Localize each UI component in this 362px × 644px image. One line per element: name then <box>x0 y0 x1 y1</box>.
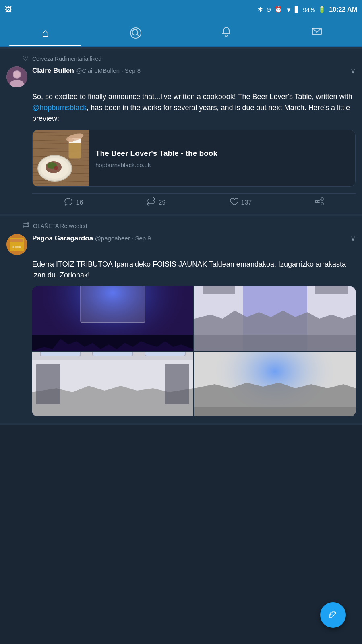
tweet-date-2: · Sep 9 <box>132 235 151 242</box>
svg-marker-69 <box>194 407 356 416</box>
retweet-button-1[interactable]: 29 <box>147 197 166 208</box>
retweet-row-2: OLAÑETA Retweeted <box>6 222 356 230</box>
status-bar-right: ✱ ⊖ ⏰ ▼ ▋ 94% 🔋 10:22 AM <box>258 6 357 13</box>
status-time: 10:22 AM <box>329 6 357 13</box>
tweet-actions-1: 16 29 137 <box>32 193 356 214</box>
svg-point-20 <box>68 138 74 142</box>
avatar-2[interactable]: BEER <box>6 234 27 255</box>
link-preview-title-1: The Beer Lover's Table - the book <box>95 148 349 159</box>
tab-search[interactable] <box>91 19 181 46</box>
svg-rect-59 <box>165 364 189 404</box>
link-preview-content-1: The Beer Lover's Table - the book hopbur… <box>89 130 355 186</box>
image-grid-2[interactable] <box>32 286 356 416</box>
status-bar: 🖼 ✱ ⊖ ⏰ ▼ ▋ 94% 🔋 10:22 AM <box>0 0 362 19</box>
svg-rect-40 <box>81 286 145 323</box>
reply-button-1[interactable]: 16 <box>64 197 83 208</box>
svg-point-21 <box>321 198 323 200</box>
svg-rect-56 <box>93 352 133 356</box>
grid-image-3 <box>32 352 193 416</box>
author-info-1: Claire Bullen @ClaireMBullen · Sep 8 <box>32 67 141 75</box>
activity-row-1: ♡ Cerveza Rudimentaria liked <box>6 55 356 62</box>
tweet-header-2: BEER Pagoa Garagardoa @pagoabeer · Sep 9… <box>6 234 356 255</box>
share-button-1[interactable] <box>315 197 324 208</box>
tweet-date-1: · Sep 8 <box>121 67 141 74</box>
tweet-body-1: So, so excited to finally announce that.… <box>32 91 356 124</box>
heart-icon: ♡ <box>23 55 28 62</box>
link-preview-1[interactable]: The Beer Lover's Table - the book hopbur… <box>32 130 356 187</box>
wifi-icon: ▼ <box>285 6 292 13</box>
heart-icon-1 <box>229 197 238 208</box>
activity-text-1: Cerveza Rudimentaria liked <box>32 56 101 62</box>
svg-point-22 <box>315 200 318 203</box>
reply-icon-1 <box>64 197 73 208</box>
home-icon: ⌂ <box>42 27 49 39</box>
tweet-handle-1: @ClaireMBullen <box>76 67 120 74</box>
compose-icon: + <box>327 608 339 623</box>
svg-rect-55 <box>40 352 81 356</box>
tweet-body-2: Ederra ITOIZ TRIBUTOA Iparraldeko FOISIS… <box>32 259 356 281</box>
grid-image-4 <box>194 352 356 416</box>
alarm-icon: ⏰ <box>275 6 282 13</box>
tweet-handle-2: @pagoabeer <box>95 235 130 242</box>
link-preview-image-1 <box>33 130 89 186</box>
like-count-1: 137 <box>241 199 252 206</box>
retweet-indicator-icon <box>23 222 29 230</box>
avatar-1[interactable] <box>6 66 27 87</box>
svg-rect-60 <box>36 364 60 404</box>
svg-line-1 <box>137 34 140 37</box>
author-row-1: Claire Bullen @ClaireMBullen · Sep 8 ∨ <box>32 66 356 75</box>
grid-image-1 <box>32 286 193 351</box>
mail-icon <box>311 26 323 40</box>
image-icon: 🖼 <box>5 6 12 14</box>
retweet-count-1: 29 <box>159 199 166 206</box>
svg-point-6 <box>14 71 20 78</box>
tab-home[interactable]: ⌂ <box>0 19 91 46</box>
compose-button[interactable]: + <box>320 602 346 628</box>
svg-line-25 <box>318 202 321 203</box>
svg-point-23 <box>321 203 323 205</box>
battery-icon: 🔋 <box>318 6 326 13</box>
tweet-text-2: Ederra ITOIZ TRIBUTOA Iparraldeko FOISIS… <box>32 260 346 279</box>
nav-tabs: ⌂ <box>0 19 362 47</box>
svg-rect-50 <box>203 286 235 294</box>
bluetooth-icon: ✱ <box>258 6 263 13</box>
svg-rect-51 <box>315 286 348 294</box>
svg-text:BEER: BEER <box>12 246 21 249</box>
tweet-header-1: Claire Bullen @ClaireMBullen · Sep 8 ∨ <box>6 66 356 87</box>
tweet-meta-1: Claire Bullen @ClaireMBullen · Sep 8 ∨ <box>32 66 356 75</box>
svg-point-16 <box>54 166 58 170</box>
author-row-2: Pagoa Garagardoa @pagoabeer · Sep 9 ∨ <box>32 234 356 243</box>
status-bar-left: 🖼 <box>5 6 12 14</box>
share-icon-1 <box>315 197 324 208</box>
svg-line-24 <box>318 200 321 201</box>
mention-link-1[interactable]: @hopburnsblack <box>32 104 87 112</box>
retweet-text-2: OLAÑETA Retweeted <box>33 223 87 229</box>
chevron-down-icon-1[interactable]: ∨ <box>350 66 356 75</box>
tweet-card-1: ♡ Cerveza Rudimentaria liked Claire Bull… <box>0 49 362 216</box>
tweet-author-1: Claire Bullen <box>32 67 74 75</box>
tweet-meta-2: Pagoa Garagardoa @pagoabeer · Sep 9 ∨ <box>32 234 356 243</box>
battery-percent: 94% <box>303 6 315 13</box>
tab-notifications[interactable] <box>181 19 272 46</box>
bell-icon <box>221 26 232 40</box>
minus-icon: ⊖ <box>266 6 271 13</box>
grid-image-2 <box>194 286 356 351</box>
like-button-1[interactable]: 137 <box>229 197 252 208</box>
signal-icon: ▋ <box>295 6 300 13</box>
reply-count-1: 16 <box>76 199 83 206</box>
tweet-text-1: So, so excited to finally announce that.… <box>32 93 352 101</box>
svg-rect-28 <box>10 239 23 242</box>
chevron-down-icon-2[interactable]: ∨ <box>350 234 356 243</box>
svg-marker-49 <box>194 335 356 351</box>
avatar-img-1 <box>6 66 27 87</box>
tab-messages[interactable] <box>271 19 362 46</box>
avatar-img-2: BEER <box>6 234 27 255</box>
svg-rect-57 <box>145 352 185 356</box>
retweet-icon-1 <box>147 197 155 208</box>
tweet-card-2: OLAÑETA Retweeted BEER Pagoa Garagardoa … <box>0 216 362 425</box>
author-info-2: Pagoa Garagardoa @pagoabeer · Sep 9 <box>32 234 151 242</box>
tweet-author-2: Pagoa Garagardoa <box>32 234 93 242</box>
link-preview-url-1: hopburnsblack.co.uk <box>95 162 349 168</box>
search-icon <box>130 27 141 39</box>
